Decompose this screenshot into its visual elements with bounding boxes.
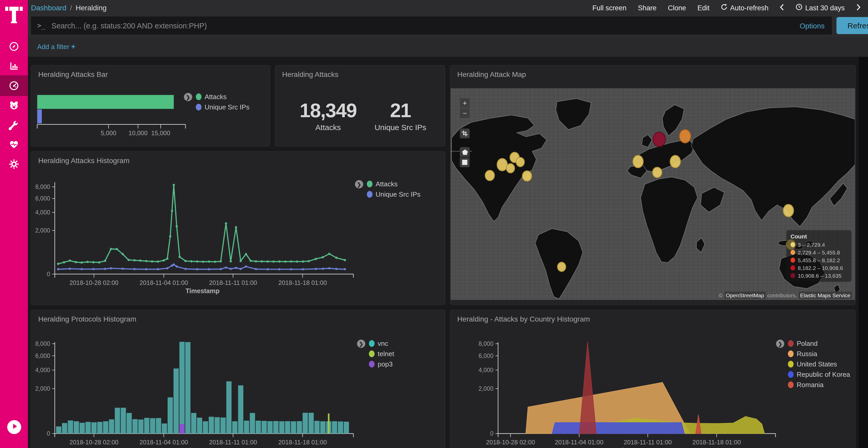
bar-vnc[interactable]: [185, 342, 190, 434]
data-point[interactable]: [163, 260, 165, 262]
data-point[interactable]: [127, 259, 130, 261]
legend-item[interactable]: Unique Src IPs: [196, 103, 249, 111]
data-point[interactable]: [296, 261, 298, 263]
data-point[interactable]: [344, 259, 346, 261]
bar-Attacks[interactable]: [37, 95, 174, 109]
attack-location-dot[interactable]: [783, 204, 794, 217]
data-point[interactable]: [176, 225, 178, 227]
sidebar-item-monitoring[interactable]: [9, 139, 19, 150]
data-point[interactable]: [225, 266, 227, 269]
line-series-Unique Src IPs[interactable]: [58, 265, 345, 269]
bar-vnc[interactable]: [191, 413, 196, 434]
bar-vnc[interactable]: [168, 398, 173, 434]
data-point[interactable]: [220, 260, 222, 263]
bar-vnc[interactable]: [314, 421, 319, 434]
data-point[interactable]: [166, 267, 168, 269]
data-point[interactable]: [335, 256, 338, 259]
sidebar-expand-button[interactable]: [7, 420, 21, 434]
bar-vnc[interactable]: [80, 423, 85, 434]
bar-vnc[interactable]: [308, 413, 314, 434]
legend-toggle-icon[interactable]: ❯: [355, 180, 363, 188]
data-point[interactable]: [267, 261, 269, 263]
bar-vnc[interactable]: [244, 421, 249, 434]
bar-vnc[interactable]: [344, 422, 349, 434]
search-input[interactable]: [51, 21, 800, 30]
bar-vnc[interactable]: [132, 419, 138, 434]
data-point[interactable]: [214, 261, 216, 263]
data-point[interactable]: [110, 267, 112, 269]
sidebar-item-management[interactable]: [9, 159, 19, 169]
elastic-maps-service-link[interactable]: Elastic Maps Service: [799, 291, 852, 299]
bar-vnc[interactable]: [150, 418, 155, 434]
bar-vnc[interactable]: [226, 381, 231, 434]
legend-item[interactable]: Attacks: [196, 93, 249, 101]
bar-vnc[interactable]: [303, 413, 308, 434]
data-point[interactable]: [184, 260, 187, 262]
data-point[interactable]: [184, 268, 187, 270]
data-point[interactable]: [255, 260, 257, 263]
data-point[interactable]: [240, 268, 242, 270]
scroll-gutter[interactable]: [859, 57, 868, 448]
data-point[interactable]: [230, 268, 232, 270]
bar-vnc[interactable]: [268, 421, 273, 434]
breadcrumb-dashboard-link[interactable]: Dashboard: [31, 4, 66, 12]
legend-item[interactable]: pop3: [369, 360, 394, 368]
attack-location-dot[interactable]: [497, 159, 507, 171]
data-point[interactable]: [284, 261, 286, 263]
area-series-Poland[interactable]: [580, 342, 596, 434]
bar-vnc[interactable]: [97, 422, 102, 434]
bar-vnc[interactable]: [138, 420, 144, 434]
map-bounding-box-filter-button[interactable]: [460, 129, 470, 138]
bar-pop3[interactable]: [179, 424, 184, 434]
data-point[interactable]: [245, 253, 247, 255]
bar-vnc[interactable]: [74, 421, 79, 434]
world-map[interactable]: + − Count 3 – 2,729.42,729.4 – 5,455.85,…: [451, 88, 855, 300]
data-point[interactable]: [328, 253, 331, 255]
data-point[interactable]: [196, 261, 198, 263]
sidebar-item-dashboard[interactable]: [9, 80, 19, 91]
data-point[interactable]: [75, 261, 77, 263]
refresh-button[interactable]: Refresh: [836, 17, 868, 34]
sidebar-item-visualize[interactable]: [9, 61, 19, 71]
data-point[interactable]: [255, 268, 257, 270]
data-point[interactable]: [169, 235, 172, 237]
clone-button[interactable]: Clone: [668, 4, 686, 12]
bar-vnc[interactable]: [238, 385, 243, 434]
legend-toggle-icon[interactable]: ❯: [357, 340, 365, 348]
data-point[interactable]: [69, 260, 71, 262]
data-point[interactable]: [63, 261, 65, 264]
data-point[interactable]: [315, 258, 317, 260]
data-point[interactable]: [179, 256, 181, 258]
data-point[interactable]: [302, 261, 304, 263]
attack-location-dot[interactable]: [506, 164, 515, 173]
bar-vnc[interactable]: [109, 419, 114, 434]
data-point[interactable]: [225, 222, 227, 225]
data-point[interactable]: [245, 265, 247, 268]
data-point[interactable]: [208, 268, 210, 271]
legend-item[interactable]: Poland: [788, 340, 850, 347]
legend-item[interactable]: United States: [788, 360, 850, 368]
bar-vnc[interactable]: [121, 408, 126, 434]
data-point[interactable]: [344, 268, 346, 271]
legend-item[interactable]: Russia: [788, 350, 850, 358]
data-point[interactable]: [278, 261, 281, 263]
legend-item[interactable]: Republic of Korea: [788, 371, 850, 378]
bar-vnc[interactable]: [127, 413, 132, 434]
data-point[interactable]: [157, 268, 159, 271]
bar-vnc[interactable]: [203, 421, 208, 434]
attack-location-dot[interactable]: [522, 171, 532, 181]
data-point[interactable]: [250, 260, 252, 262]
bar-vnc[interactable]: [68, 420, 73, 434]
time-back-button[interactable]: [780, 3, 784, 12]
bar-vnc[interactable]: [144, 418, 149, 434]
data-point[interactable]: [290, 261, 292, 263]
data-point[interactable]: [92, 268, 95, 270]
data-point[interactable]: [157, 261, 159, 263]
data-point[interactable]: [322, 256, 324, 258]
bar-vnc[interactable]: [103, 421, 108, 434]
data-point[interactable]: [235, 267, 237, 269]
data-point[interactable]: [171, 210, 173, 212]
bar-vnc[interactable]: [156, 418, 161, 434]
bar-vnc[interactable]: [215, 417, 220, 434]
data-point[interactable]: [81, 268, 83, 270]
